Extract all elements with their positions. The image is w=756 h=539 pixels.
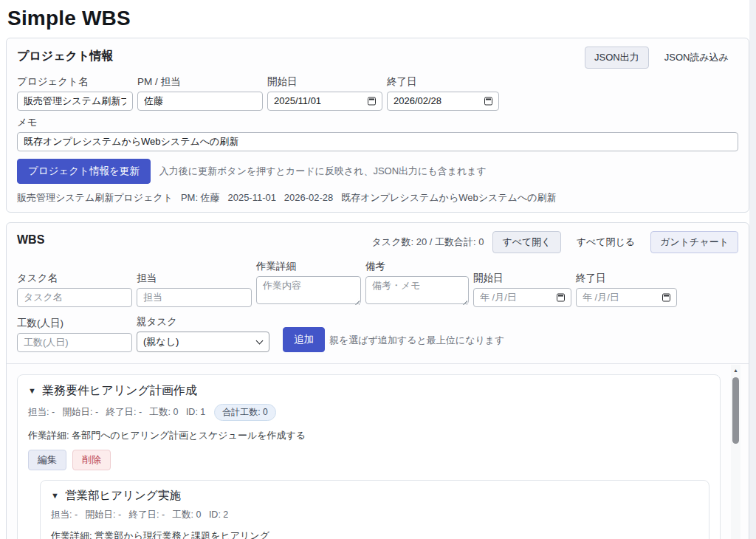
project-pm-input[interactable]: [137, 92, 263, 111]
calendar-icon[interactable]: [484, 97, 492, 105]
assignee-label: 担当: [137, 272, 252, 285]
task-card: ▼業務要件ヒアリング計画作成 担当: - 開始日: - 終了日: - 工数: 0…: [17, 374, 721, 539]
task-title: 営業部ヒアリング実施: [65, 489, 181, 501]
note-label: 備考: [365, 261, 469, 273]
work-detail-textarea[interactable]: [256, 276, 361, 304]
task-end-label: 終了日: [576, 272, 677, 285]
calendar-icon[interactable]: [662, 293, 670, 301]
project-card-title: プロジェクト情報: [17, 47, 113, 64]
task-meta: 担当: - 開始日: - 終了日: - 工数: 0 ID: 1: [28, 406, 205, 419]
task-detail: 作業詳細: 各部門へのヒアリング計画とスケジュールを作成する: [28, 429, 709, 442]
project-name-label: プロジェクト名: [17, 76, 133, 89]
task-title: 業務要件ヒアリング計画作成: [42, 384, 197, 396]
collapse-toggle-icon[interactable]: ▼: [28, 386, 36, 395]
update-project-button[interactable]: プロジェクト情報を更新: [17, 159, 151, 184]
add-task-button[interactable]: 追加: [283, 327, 325, 352]
project-memo-input[interactable]: [17, 132, 738, 151]
page-title: Simple WBS: [7, 7, 756, 30]
task-card: ▼営業部ヒアリング実施 担当: - 開始日: - 終了日: - 工数: 0 ID…: [40, 480, 709, 539]
project-start-label: 開始日: [267, 76, 382, 89]
note-textarea[interactable]: [365, 276, 469, 304]
update-hint: 入力後に更新ボタンを押すとカードに反映され、JSON出力にも含まれます: [159, 165, 487, 178]
task-start-label: 開始日: [473, 272, 571, 285]
effort-label: 工数(人日): [17, 317, 132, 330]
task-toggle-row[interactable]: ▼業務要件ヒアリング計画作成: [28, 383, 709, 399]
wbs-card: WBS タスク数: 20 / 工数合計: 0 すべて開く すべて閉じる ガントチ…: [6, 222, 749, 539]
project-info-card: プロジェクト情報 JSON出力 JSON読み込み プロジェクト名 PM / 担当…: [6, 38, 749, 213]
task-toggle-row[interactable]: ▼営業部ヒアリング実施: [51, 488, 698, 504]
page-scrollbar[interactable]: [749, 0, 756, 539]
scrollbar-up-arrow-icon[interactable]: ▲: [731, 365, 740, 373]
scrollbar-thumb[interactable]: [732, 377, 739, 444]
project-end-input[interactable]: [387, 92, 499, 111]
project-memo-label: メモ: [17, 117, 738, 129]
gantt-chart-button[interactable]: ガントチャート: [650, 231, 738, 253]
effort-input[interactable]: [17, 333, 132, 352]
total-effort-badge: 合計工数: 0: [214, 404, 275, 421]
collapse-toggle-icon[interactable]: ▼: [51, 491, 59, 500]
parent-task-select[interactable]: (親なし): [137, 332, 269, 352]
expand-all-button[interactable]: すべて開く: [492, 231, 560, 253]
project-summary: 販売管理システム刷新プロジェクト PM: 佐藤 2025-11-01 2026-…: [17, 191, 738, 205]
task-detail: 作業詳細: 営業部から現行業務と課題をヒアリング: [51, 529, 698, 539]
project-pm-label: PM / 担当: [137, 76, 263, 89]
calendar-icon[interactable]: [368, 97, 376, 105]
work-detail-label: 作業詳細: [256, 261, 361, 273]
project-end-label: 終了日: [387, 76, 499, 89]
task-name-input[interactable]: [17, 288, 132, 307]
task-stats: タスク数: 20 / 工数合計: 0: [372, 236, 484, 249]
wbs-card-title: WBS: [17, 231, 44, 247]
delete-task-button[interactable]: 削除: [72, 450, 111, 470]
calendar-icon[interactable]: [557, 293, 565, 301]
task-name-label: タスク名: [17, 272, 132, 285]
json-import-button[interactable]: JSON読み込み: [655, 47, 738, 69]
project-name-input[interactable]: [17, 92, 133, 111]
scrollbar[interactable]: ▲: [731, 365, 740, 539]
json-export-button[interactable]: JSON出力: [585, 47, 649, 69]
add-hint: 親を選ばず追加すると最上位になります: [329, 334, 504, 347]
task-meta: 担当: - 開始日: - 終了日: - 工数: 0 ID: 2: [51, 509, 228, 521]
assignee-input[interactable]: [137, 288, 252, 307]
project-start-input[interactable]: [267, 92, 382, 111]
task-list: ▼業務要件ヒアリング計画作成 担当: - 開始日: - 終了日: - 工数: 0…: [7, 363, 749, 539]
collapse-all-button[interactable]: すべて閉じる: [567, 231, 645, 253]
edit-task-button[interactable]: 編集: [28, 450, 66, 470]
parent-task-label: 親タスク: [137, 316, 269, 329]
